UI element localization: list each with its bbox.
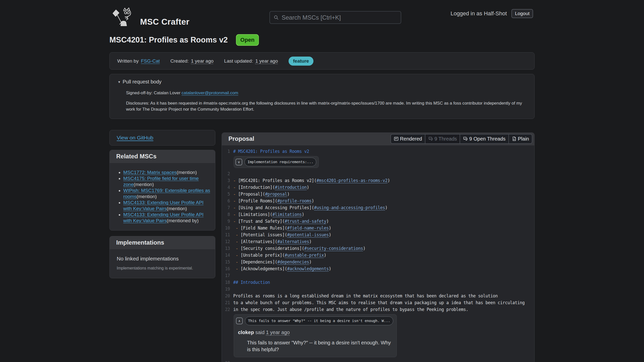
updated-label: Last updated: <box>224 58 253 64</box>
pr-body-summary-label: Pull request body <box>123 79 162 85</box>
code-anchor-link[interactable]: #dependencies <box>277 259 309 264</box>
signed-off-line: Signed-off-by: Catalan Lover catalanlove… <box>126 90 526 96</box>
line-number: 14 <box>222 252 230 259</box>
line-number: 7 <box>222 204 230 211</box>
code-line: 19 <box>222 286 533 293</box>
view-toggle-group: Rendered9 Threads9 Open Threads01Plain <box>390 134 532 144</box>
pr-body-summary[interactable]: ▾ Pull request body <box>118 79 526 85</box>
search-box[interactable] <box>269 11 401 24</box>
plain-file-icon: 01 <box>512 136 517 141</box>
related-msc-link[interactable]: WIPish: MSC1769: Extensible profiles as … <box>123 188 210 199</box>
pr-body-card: ▾ Pull request body Signed-off-by: Catal… <box>109 74 535 119</box>
code-anchor-link[interactable]: #msc4201-profiles-as-rooms-v2 <box>316 178 387 183</box>
code-line: 20Profiles as rooms is a long establishe… <box>222 293 533 299</box>
line-number: 2 <box>222 170 230 177</box>
view-button-9-threads[interactable]: 9 Threads <box>425 134 460 143</box>
code-line: 15 - [Dependencies](#dependencies) <box>222 259 533 265</box>
expanded-thread: ∧This fails to answer "Why?" -- it being… <box>234 314 397 357</box>
code-anchor-link[interactable]: #profile-rooms <box>277 198 311 203</box>
line-number: 15 <box>222 259 230 265</box>
code-anchor-link[interactable]: #using-and-accessing-profiles <box>314 205 385 210</box>
code-line: 16 - [Acknowledgements](#acknowledgement… <box>222 265 533 272</box>
comment-meta: clokep said 1 year ago <box>238 329 394 336</box>
code-anchor-link[interactable]: #field-name-rules <box>287 225 329 231</box>
code-anchor-link[interactable]: #trust-and-safety <box>285 219 326 224</box>
code-line: 14 - [Unstable prefix](#unstable-prefix) <box>222 252 533 259</box>
code-line: 13 - [Security considerations](#security… <box>222 245 533 252</box>
email-link[interactable]: catalanlover@protonmail.com <box>182 90 238 95</box>
line-number: 6 <box>222 198 230 204</box>
line-number: 4 <box>222 184 230 191</box>
code-anchor-link[interactable]: #security-considerations <box>304 246 363 251</box>
expand-thread-button[interactable]: ∨ <box>235 159 242 165</box>
login-status: Logged in as Half-Shot <box>451 10 507 17</box>
related-msc-link[interactable]: MSC4133: Extending User Profile API with… <box>123 200 204 211</box>
line-number: 12 <box>222 238 230 245</box>
implementations-empty: No linked implementations <box>117 256 208 262</box>
feature-tag[interactable]: feature <box>289 57 313 66</box>
code-line: 17 <box>222 272 533 279</box>
line-number: 1 <box>222 148 230 155</box>
rendered-view-icon <box>394 136 399 141</box>
thread-summary-pill[interactable]: Implementation requirements:... <box>245 158 316 166</box>
implementations-card: Implementations No linked implementation… <box>109 236 215 278</box>
code-anchor-link[interactable]: #alternatives <box>277 239 309 244</box>
code-line: 12 - [Alternatives](#alternatives) <box>222 238 533 245</box>
status-badge: Open <box>236 34 259 46</box>
line-number: 13 <box>222 245 230 252</box>
code-line: 18## Introduction <box>222 279 533 286</box>
logout-button[interactable]: Logout <box>511 9 533 18</box>
search-input[interactable] <box>281 14 397 21</box>
github-card: View on GitHub <box>109 130 215 146</box>
sidebar: View on GitHub Related MSCs MSC1772: Mat… <box>109 130 215 278</box>
threads-icon <box>428 136 433 141</box>
code-line: 3- [MSC4201: Profiles as Rooms v2](#msc4… <box>222 177 533 184</box>
search-icon <box>273 15 279 21</box>
line-number: 22 <box>222 306 230 313</box>
line-number: 11 <box>222 232 230 238</box>
code-line: 1# MSC4201: Profiles as Rooms v2 <box>222 148 533 155</box>
view-on-github-link[interactable]: View on GitHub <box>117 135 153 141</box>
code-anchor-link[interactable]: #acknowledgements <box>287 266 329 271</box>
related-msc-relation: (mention) <box>134 182 154 187</box>
related-msc-relation: (mention) <box>137 194 157 199</box>
code-line: 11 - [Potential issues](#potential-issue… <box>222 232 533 238</box>
related-msc-relation: (mention) <box>167 206 187 211</box>
caret-down-icon: ▾ <box>118 80 120 84</box>
svg-text:01: 01 <box>513 139 515 141</box>
related-msc-link[interactable]: MSC1772: Matrix spaces <box>123 170 177 175</box>
metadata-bar: Written by FSG-Cat Created: 1 year ago L… <box>109 52 535 70</box>
code-anchor-link[interactable]: #unstable-prefix <box>285 253 324 258</box>
related-msc-item: MSC4133: Extending User Profile API with… <box>123 212 212 224</box>
thread-summary-pill[interactable]: This fails to answer "Why?" -- it being … <box>245 316 393 325</box>
related-mscs-card: Related MSCs MSC1772: Matrix spaces(ment… <box>109 150 215 231</box>
code-anchor-link[interactable]: #introduction <box>275 185 307 190</box>
app-title: MSC Crafter <box>140 17 189 27</box>
code-anchor-link[interactable]: #potential-issues <box>287 232 329 237</box>
view-button-rendered[interactable]: Rendered <box>391 134 425 143</box>
view-button-9-open-threads[interactable]: 9 Open Threads <box>460 134 508 143</box>
proposal-title: Proposal <box>228 135 254 142</box>
code-line: 9- [Trust and Safety](#trust-and-safety) <box>222 218 533 225</box>
related-msc-item: WIPish: MSC1769: Extensible profiles as … <box>123 188 212 200</box>
code-line: 22in the spec room. Just abuse /profile … <box>222 306 533 313</box>
author-link[interactable]: FSG-Cat <box>141 58 160 64</box>
view-button-plain[interactable]: 01Plain <box>508 134 532 143</box>
hammer-head-icon <box>113 10 119 17</box>
code-line: 7- [Using and Accessing Profiles](#using… <box>222 204 533 211</box>
implementations-title: Implementations <box>110 236 215 249</box>
related-msc-relation: (mention) <box>177 170 197 175</box>
code-anchor-link[interactable]: #proposal <box>265 192 287 197</box>
code-line: 23 <box>222 360 533 362</box>
proposal-header: Proposal Rendered9 Threads9 Open Threads… <box>222 133 534 145</box>
line-number: 9 <box>222 218 230 225</box>
related-mscs-title: Related MSCs <box>110 150 215 163</box>
collapse-thread-button[interactable]: ∧ <box>236 318 243 324</box>
written-by-label: Written by <box>117 58 139 64</box>
line-number: 3 <box>222 177 230 184</box>
line-number: 19 <box>222 286 230 293</box>
msc-crafter-logo <box>110 7 133 26</box>
code-anchor-link[interactable]: #limitations <box>272 212 302 217</box>
implementations-note: Implementations matching is experimental… <box>117 266 208 270</box>
updated-time: 1 year ago <box>255 58 278 64</box>
